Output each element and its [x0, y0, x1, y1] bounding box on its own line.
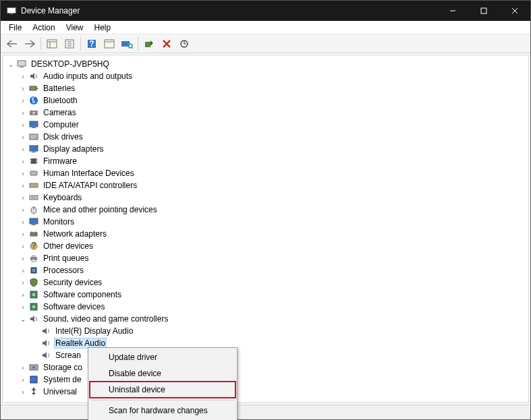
svg-line-19: [132, 47, 133, 49]
tree-category-label: Batteries: [42, 84, 76, 93]
tree-category-row[interactable]: ⌄ Sound, video and game controllers: [3, 313, 528, 325]
properties-button[interactable]: [61, 36, 78, 52]
expander-closed-icon[interactable]: ›: [19, 121, 27, 129]
tree-category-row[interactable]: ›Mice and other pointing devices: [3, 204, 528, 216]
expander-closed-icon[interactable]: ›: [19, 278, 27, 287]
svg-rect-36: [32, 152, 36, 152]
system-icon: [28, 374, 39, 385]
minimize-button[interactable]: [437, 1, 468, 21]
tree-category-row[interactable]: ›Storage co: [3, 361, 528, 373]
forward-button[interactable]: [22, 36, 38, 52]
tree-category-row[interactable]: ›Cameras: [3, 107, 528, 119]
show-hide-console-button[interactable]: [44, 36, 60, 52]
help-button[interactable]: ?: [84, 36, 100, 52]
tree-category-row[interactable]: ›?Other devices: [3, 240, 528, 252]
expander-closed-icon[interactable]: ›: [19, 96, 27, 104]
expander-closed-icon[interactable]: ›: [19, 145, 27, 153]
svg-rect-33: [30, 134, 38, 140]
tree-category-row[interactable]: ›Display adapters: [3, 143, 528, 155]
context-menu-item[interactable]: Update driver: [90, 349, 235, 365]
expander-closed-icon[interactable]: ›: [19, 206, 27, 214]
uninstall-device-button[interactable]: [159, 36, 175, 52]
tree-category-row[interactable]: ›Human Interface Devices: [3, 167, 528, 179]
tree-device-row[interactable]: Intel(R) Display Audio: [3, 325, 528, 337]
tree-device-row[interactable]: Realtek Audio: [3, 337, 528, 349]
expander-closed-icon[interactable]: ›: [19, 133, 27, 141]
menu-help[interactable]: Help: [89, 22, 117, 34]
tree-category-row[interactable]: ›Firmware: [3, 155, 528, 167]
speaker-icon: [40, 338, 51, 349]
expander-closed-icon[interactable]: ›: [19, 291, 27, 299]
expander-closed-icon[interactable]: ›: [19, 254, 27, 262]
speaker-icon: [40, 350, 51, 361]
maximize-button[interactable]: [468, 1, 499, 21]
expander-closed-icon[interactable]: ›: [19, 72, 27, 80]
expander-closed-icon[interactable]: ›: [19, 181, 27, 189]
tree-category-row[interactable]: ›Software devices: [3, 301, 528, 313]
computer-icon: [16, 59, 27, 69]
expander-closed-icon[interactable]: ›: [19, 169, 27, 177]
device-tree[interactable]: ⌄ DESKTOP-JVBP5HQ ›Audio inputs and outp…: [2, 55, 529, 403]
expander-closed-icon[interactable]: ›: [19, 157, 27, 165]
expander-closed-icon[interactable]: ›: [19, 388, 27, 396]
tree-category-row[interactable]: ›Processors: [3, 264, 528, 276]
tree-category-row[interactable]: ›IDE ATA/ATAPI controllers: [3, 179, 528, 191]
monitor-icon: [28, 144, 39, 154]
camera-icon: [28, 107, 39, 118]
expander-closed-icon[interactable]: ›: [19, 218, 27, 226]
tree-device-label: Intel(R) Display Audio: [54, 326, 134, 336]
tree-category-label: Other devices: [42, 241, 94, 251]
svg-rect-24: [18, 61, 26, 66]
context-menu-item[interactable]: Uninstall device: [90, 382, 235, 398]
tree-category-row[interactable]: ›Universal: [3, 386, 528, 398]
context-menu: Update driverDisable deviceUninstall dev…: [88, 347, 237, 420]
expander-closed-icon[interactable]: ›: [19, 242, 27, 250]
menu-action[interactable]: Action: [27, 22, 60, 34]
expander-closed-icon[interactable]: ›: [19, 266, 27, 274]
tree-category-row[interactable]: ›Keyboards: [3, 191, 528, 204]
enable-device-button[interactable]: [141, 36, 157, 52]
context-menu-separator: [91, 400, 234, 400]
expander-closed-icon[interactable]: ›: [19, 376, 27, 384]
close-button[interactable]: [499, 1, 530, 21]
update-driver-button[interactable]: [176, 36, 192, 52]
expander-closed-icon[interactable]: ›: [19, 230, 27, 238]
tree-category-row[interactable]: ›Bluetooth: [3, 94, 528, 107]
back-button[interactable]: [4, 36, 20, 52]
svg-rect-32: [32, 127, 36, 128]
tree-category-row[interactable]: ›System de: [3, 373, 528, 386]
tree-root-row[interactable]: ⌄ DESKTOP-JVBP5HQ: [3, 58, 528, 70]
disk-icon: [28, 131, 39, 142]
scan-hardware-button[interactable]: [119, 36, 135, 52]
tree-category-row[interactable]: ›Security devices: [3, 276, 528, 289]
tree-device-row[interactable]: Screan: [3, 349, 528, 361]
expander-open-icon[interactable]: ⌄: [19, 315, 27, 323]
component-icon: [28, 301, 39, 312]
tree-category-row[interactable]: ›Network adapters: [3, 228, 528, 240]
menu-file[interactable]: File: [3, 22, 27, 34]
svg-rect-58: [32, 260, 36, 262]
menu-view[interactable]: View: [61, 22, 89, 34]
tree-category-row[interactable]: ›Disk drives: [3, 131, 528, 143]
tree-category-row[interactable]: ›Software components: [3, 289, 528, 301]
tree-category-row[interactable]: ›Audio inputs and outputs: [3, 70, 528, 82]
tree-category-row[interactable]: ›Monitors: [3, 216, 528, 228]
tree-category-row[interactable]: ›Computer: [3, 119, 528, 131]
svg-rect-3: [481, 8, 486, 13]
expander-closed-icon[interactable]: ›: [19, 363, 27, 371]
expander-closed-icon[interactable]: ›: [19, 303, 27, 311]
security-icon: [28, 277, 39, 288]
tree-category-label: Human Interface Devices: [42, 169, 136, 178]
tree-category-row[interactable]: ›Print queues: [3, 252, 528, 264]
expander-closed-icon[interactable]: ›: [19, 84, 27, 92]
expander-closed-icon[interactable]: ›: [19, 193, 27, 202]
context-menu-item[interactable]: Scan for hardware changes: [90, 402, 235, 419]
svg-rect-35: [30, 146, 38, 151]
svg-rect-60: [32, 269, 35, 272]
expander-open-icon[interactable]: ⌄: [7, 60, 15, 68]
scan-button[interactable]: [101, 36, 117, 52]
expander-closed-icon[interactable]: ›: [19, 109, 27, 117]
context-menu-item[interactable]: Disable device: [90, 365, 235, 382]
svg-rect-1: [9, 13, 13, 14]
tree-category-row[interactable]: ›Batteries: [3, 82, 528, 94]
